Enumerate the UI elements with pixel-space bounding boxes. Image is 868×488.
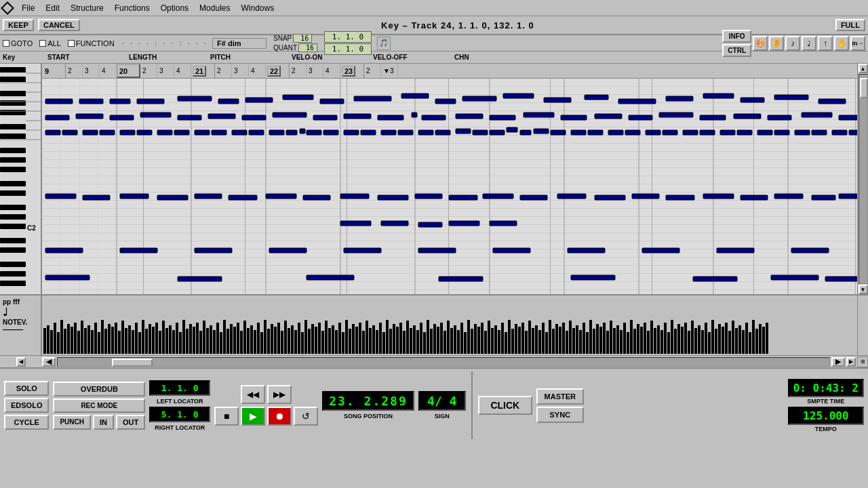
menu-bar: File Edit Structure Functions Options Mo… (0, 0, 868, 16)
record-button[interactable]: ⏺ (267, 407, 292, 426)
in-icon[interactable]: In→ (850, 36, 865, 51)
solo-button[interactable]: SOLO (4, 381, 49, 396)
velocity-bar (47, 325, 50, 354)
ctrl-button[interactable]: CTRL (722, 44, 751, 57)
track-title: Key – Track 24, 1. 1. 0, 132. 1. 0 (84, 20, 831, 30)
svg-rect-16 (0, 238, 26, 243)
sign-display[interactable]: 4/ 4 (418, 391, 466, 411)
velocity-bar (484, 331, 487, 354)
note-down-icon[interactable]: ♩ (802, 36, 816, 51)
tempo-display[interactable]: 125.000 (788, 407, 864, 425)
in-button[interactable]: IN (93, 415, 114, 430)
note-icon[interactable]: ♪ (785, 36, 800, 51)
fast-forward-button[interactable]: ▶▶ (267, 385, 292, 404)
velocity-bar (118, 331, 121, 354)
velocity-bar (525, 331, 528, 354)
ear-icon[interactable]: 👂 (769, 36, 784, 51)
out-button[interactable]: OUT (116, 415, 145, 430)
all-label: ALL (47, 39, 61, 47)
chn-col-header: CHN (452, 54, 492, 61)
velocity-bar (688, 331, 690, 354)
sync-button[interactable]: SYNC (536, 407, 584, 423)
velocity-bar (657, 325, 660, 354)
rewind-button[interactable]: ◀◀ (241, 385, 265, 404)
smpte-group: 0: 0:43: 2 SMPTE TIME (788, 379, 864, 405)
velocity-bar (616, 325, 619, 354)
stop-button[interactable]: ■ (214, 407, 239, 426)
all-checkbox-item: ALL (39, 39, 61, 47)
transport-top-row: ◀◀ ▶▶ (241, 385, 292, 404)
keep-button[interactable]: KEEP (3, 19, 34, 31)
right-locator-display[interactable]: 5. 1. 0 (149, 407, 210, 422)
velocity-bar (640, 327, 643, 354)
velocity-bar (694, 328, 697, 354)
function-checkbox[interactable] (68, 40, 75, 47)
goto-label: GOTO (11, 39, 33, 47)
song-position-display[interactable]: 23. 2.289 (322, 391, 414, 411)
master-button[interactable]: MASTER (536, 388, 584, 405)
velocity-bar (172, 330, 175, 354)
velocity-bar (101, 320, 104, 354)
velocity-bar (501, 323, 504, 354)
metronome-icon[interactable]: 🎵 (377, 37, 391, 50)
snap-value[interactable]: 16 (293, 34, 312, 43)
cancel-button[interactable]: CANCEL (38, 19, 80, 31)
menu-modules[interactable]: Modules (198, 3, 231, 13)
scroll-right-btn[interactable]: ▶ (831, 357, 845, 367)
menu-options[interactable]: Options (159, 3, 190, 13)
velocity-bar (457, 330, 460, 354)
h-scroll-thumb[interactable] (112, 359, 153, 367)
menu-structure[interactable]: Structure (69, 3, 105, 13)
overdub-button[interactable]: OVERDUB (53, 382, 145, 396)
velocity-bar (606, 331, 609, 354)
h-scroll-track[interactable] (57, 357, 830, 367)
menu-functions[interactable]: Functions (113, 3, 151, 13)
velocity-bar (599, 327, 602, 354)
left-locator-display[interactable]: 1. 1. 0 (149, 380, 210, 396)
velocity-bar (471, 329, 473, 354)
scroll-left-btn[interactable]: ◀ (42, 357, 56, 367)
velocity-bars[interactable]: (function() { const container = document… (42, 296, 857, 355)
velocity-bar (345, 320, 348, 354)
velocity-bar (193, 327, 195, 354)
scroll-track-vertical[interactable] (859, 74, 868, 284)
scroll-thumb-vertical[interactable] (860, 78, 868, 98)
hand-icon[interactable]: ✋ (834, 36, 849, 51)
menu-windows[interactable]: Windows (239, 3, 275, 13)
velocity-bar (505, 332, 507, 354)
piano-roll-grid[interactable] (42, 79, 857, 294)
menu-file[interactable]: File (20, 3, 36, 13)
quant-value[interactable]: 16 (298, 43, 317, 52)
velocity-bar (142, 320, 144, 354)
loop-button[interactable]: ↺ (294, 407, 318, 426)
smpte-display[interactable]: 0: 0:43: 2 (788, 379, 864, 397)
click-button[interactable]: CLICK (478, 396, 532, 415)
scroll-right-arrow2[interactable]: ▶ (846, 357, 856, 367)
goto-checkbox[interactable] (3, 40, 9, 47)
velocity-bar (535, 325, 538, 354)
locator-column: 1. 1. 0 LEFT LOCATOR 5. 1. 0 RIGHT LOCAT… (149, 380, 210, 431)
play-button[interactable]: ▶ (241, 407, 265, 426)
scroll-left-arrow[interactable]: ◀ (16, 357, 26, 367)
info-button[interactable]: INFO (722, 30, 751, 43)
velocity-bar (308, 329, 311, 354)
velocity-bar (620, 330, 623, 354)
velocity-bar (267, 329, 270, 354)
palette-icon[interactable]: 🎨 (753, 36, 768, 51)
edsolo-button[interactable]: EDSOLO (4, 398, 49, 413)
note-up-icon[interactable]: ↑ (818, 36, 833, 51)
cycle-button[interactable]: CYCLE (4, 415, 49, 430)
recmode-column: OVERDUB REC MODE PUNCH IN OUT (53, 382, 145, 430)
scroll-up-arrow[interactable]: ▲ (859, 64, 868, 73)
scroll-corner-icon[interactable]: ⊞ (857, 357, 868, 367)
recmode-button[interactable]: REC MODE (53, 399, 145, 413)
velocity-bar (271, 324, 273, 354)
velocity-bar (627, 332, 629, 354)
punch-button[interactable]: PUNCH (53, 415, 91, 430)
svg-rect-19 (0, 271, 26, 277)
velocity-bar (623, 323, 626, 354)
scroll-down-arrow[interactable]: ▼ (859, 285, 868, 294)
menu-edit[interactable]: Edit (44, 3, 61, 13)
velocity-bar (464, 332, 467, 354)
all-checkbox[interactable] (39, 40, 46, 47)
